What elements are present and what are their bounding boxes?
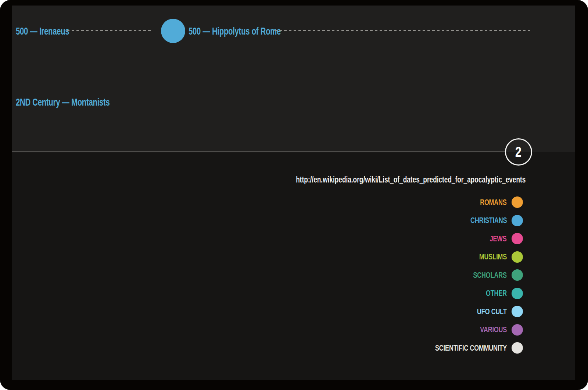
- legend-label-wrap: VARIOUS: [471, 325, 507, 334]
- page-number: 2: [516, 145, 522, 159]
- legend-label: MUSLIMS: [479, 252, 507, 261]
- timeline-section: 500 — Irenaeus 500 — Hippolytus of Rome …: [12, 6, 575, 152]
- legend-color-dot: [512, 196, 523, 208]
- legend-label: JEWS: [490, 234, 507, 243]
- timeline-dashed-connector-1: [67, 30, 153, 31]
- legend-color-dot: [512, 215, 523, 226]
- page-number-badge: 2: [505, 138, 532, 166]
- legend-label-wrap: UFO CULT: [467, 307, 507, 316]
- legend-label-wrap: ROMANS: [471, 198, 507, 207]
- legend-item-scientific-community: SCIENTIFIC COMMUNITY: [411, 339, 523, 357]
- legend-label: SCIENTIFIC COMMUNITY: [435, 344, 507, 352]
- legend-color-dot: [512, 306, 523, 317]
- legend-label: UFO CULT: [477, 307, 507, 316]
- timeline-entry-label: 2ND Century — Montanists: [16, 97, 110, 108]
- timeline-dashed-connector-2: [275, 30, 531, 31]
- legend-label-wrap: JEWS: [484, 234, 507, 243]
- legend-label: ROMANS: [480, 198, 507, 207]
- legend: ROMANS CHRISTIANS JEWS MUSLIMS SCHOLARS …: [411, 193, 523, 357]
- legend-color-dot: [512, 342, 523, 354]
- source-url-text: http://en.wikipedia.org/wiki/List_of_dat…: [296, 174, 526, 185]
- legend-color-dot: [512, 233, 523, 244]
- timeline-entry-irenaeus: 500 — Irenaeus: [16, 26, 87, 37]
- legend-label-wrap: CHRISTIANS: [458, 216, 507, 225]
- legend-item-other: OTHER: [479, 284, 523, 303]
- legend-label-wrap: SCHOLARS: [462, 271, 507, 280]
- page-frame: 500 — Irenaeus 500 — Hippolytus of Rome …: [0, 0, 588, 390]
- legend-color-dot: [512, 324, 523, 336]
- legend-label: VARIOUS: [480, 325, 507, 334]
- legend-item-jews: JEWS: [484, 230, 523, 248]
- infographic-panel: 500 — Irenaeus 500 — Hippolytus of Rome …: [12, 6, 575, 380]
- timeline-entry-montanists: 2ND Century — Montanists: [16, 97, 141, 108]
- legend-label-wrap: OTHER: [479, 289, 507, 298]
- timeline-entry-label: 500 — Irenaeus: [16, 26, 69, 37]
- timeline-entry-hippolytus: 500 — Hippolytus of Rome: [189, 26, 312, 37]
- legend-section: http://en.wikipedia.org/wiki/List_of_dat…: [12, 152, 575, 380]
- legend-item-muslims: MUSLIMS: [470, 248, 523, 266]
- legend-color-dot: [512, 251, 523, 263]
- legend-color-dot: [512, 288, 523, 299]
- section-divider-line: [12, 152, 506, 152]
- source-url: http://en.wikipedia.org/wiki/List_of_dat…: [219, 174, 526, 185]
- legend-label: OTHER: [486, 289, 507, 298]
- event-marker-dot: [161, 19, 185, 43]
- legend-item-scholars: SCHOLARS: [462, 266, 523, 284]
- legend-item-christians: CHRISTIANS: [458, 212, 523, 230]
- legend-item-various: VARIOUS: [471, 321, 523, 339]
- legend-label-wrap: SCIENTIFIC COMMUNITY: [411, 344, 507, 352]
- legend-color-dot: [512, 269, 523, 281]
- timeline-entry-label: 500 — Hippolytus of Rome: [189, 26, 281, 37]
- legend-item-ufo-cult: UFO CULT: [467, 302, 523, 321]
- legend-label: SCHOLARS: [473, 271, 507, 280]
- legend-label: CHRISTIANS: [470, 216, 507, 225]
- legend-label-wrap: MUSLIMS: [470, 252, 507, 261]
- legend-item-romans: ROMANS: [471, 193, 523, 212]
